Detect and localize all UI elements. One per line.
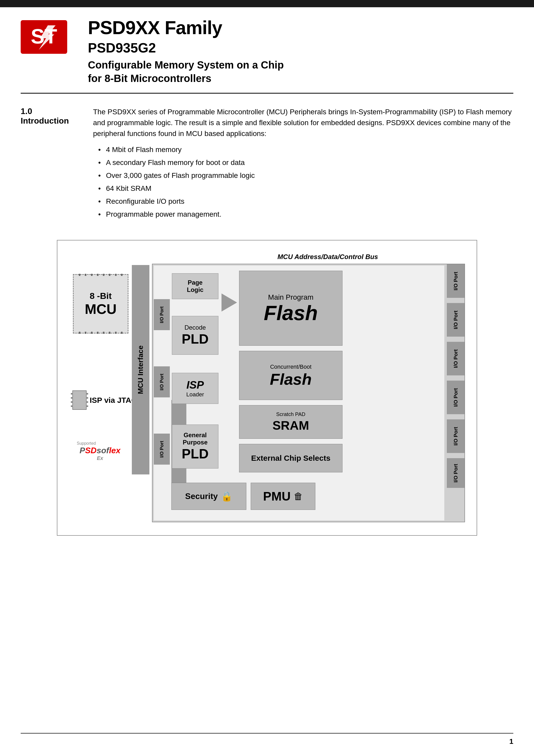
block-diagram: MCU Address/Data/Control Bus 8 -Bit MCU: [68, 251, 466, 525]
main-program-label: Main Program: [268, 293, 313, 302]
io-port-r3-label: I/O Port: [453, 349, 459, 368]
main-diagram-area: I/O Port I/O Port I/O Port I/O Port I/O …: [152, 264, 465, 522]
page-logic-line1: Page: [188, 279, 202, 286]
page-number: 1: [509, 737, 513, 746]
decode-label: Decode: [185, 324, 206, 331]
bullet-item-5: Reconfigurable I/O ports: [98, 196, 513, 207]
intro-paragraph: The PSD9XX series of Programmable Microc…: [93, 107, 513, 139]
security-label: Security: [185, 492, 218, 501]
header-content: ST PSD9XX Family PSD935G2 Configurable M…: [0, 7, 534, 93]
flash-medium-label: Flash: [270, 371, 312, 387]
bullet-item-6: Programmable power management.: [98, 209, 513, 220]
pmu-block: PMU 🗑: [251, 483, 315, 510]
concurrent-label: Concurrent/Boot: [270, 364, 311, 370]
sram-block: Scratch PAD SRAM: [239, 405, 342, 439]
io-port-r2-label: I/O Port: [453, 310, 459, 329]
io-port-r1-label: I/O Port: [453, 272, 459, 290]
main-program-flash-block: Main Program Flash: [239, 271, 342, 346]
io-port-r6-label: I/O Port: [453, 464, 459, 482]
gp-pld-block: General Purpose PLD: [172, 424, 218, 469]
io-port-l1-label: I/O Port: [159, 306, 165, 323]
gp-pld-label: PLD: [182, 446, 209, 462]
io-port-left-2: I/O Port: [154, 366, 170, 397]
mcu-label: MCU: [85, 301, 117, 317]
page-logic-block: Page Logic: [172, 273, 218, 299]
inner-content-area: I/O Port I/O Port I/O Port PLD Input Bus…: [154, 265, 444, 521]
pld-large-label: PLD: [182, 331, 209, 347]
header-bar: [0, 0, 534, 7]
psd-logo-text: PSDsoflex: [80, 446, 120, 455]
io-port-l2-label: I/O Port: [159, 374, 165, 391]
security-block: Security 🔒: [172, 483, 246, 510]
isp-italic-label: ISP: [186, 379, 204, 391]
ext-chip-selects-label: External Chip Selects: [251, 454, 331, 463]
isp-loader-block: ISP Loader: [172, 373, 218, 404]
io-port-r5-label: I/O Port: [453, 427, 459, 446]
sram-label: SRAM: [272, 418, 309, 433]
flash-large-label: Flash: [264, 303, 318, 323]
intro-section: 1.0 Introduction The PSD9XX series of Pr…: [0, 94, 534, 235]
supported-label: Supported: [77, 441, 96, 446]
io-port-right-1: I/O Port: [447, 264, 465, 298]
psd-logo-area: Supported PSDsoflex Ex: [71, 437, 128, 465]
ext-chip-selects-block: External Chip Selects: [239, 444, 342, 472]
bullet-item-1: 4 Mbit of Flash memory: [98, 144, 513, 155]
io-port-right-5: I/O Port: [447, 419, 465, 453]
bullet-list: 4 Mbit of Flash memory A secondary Flash…: [93, 144, 513, 220]
st-logo: ST: [21, 20, 67, 54]
decode-pld-block: Decode PLD: [172, 316, 218, 355]
footer: 1: [21, 733, 513, 746]
gp-line2: Purpose: [183, 439, 207, 446]
mcu-bus-label: MCU Address/Data/Control Bus: [212, 253, 443, 261]
mcu-interface-label: MCU Interface: [137, 345, 145, 394]
product-family: PSD9XX Family: [88, 17, 513, 38]
mcu-8bit-label: 8 -Bit: [90, 291, 112, 301]
io-port-left-3: I/O Port: [154, 434, 170, 465]
io-port-right-6: I/O Port: [447, 458, 465, 488]
pmu-label: PMU: [263, 489, 291, 503]
product-model: PSD935G2: [88, 40, 513, 56]
bullet-item-2: A secondary Flash memory for boot or dat…: [98, 157, 513, 168]
loader-label: Loader: [186, 391, 204, 398]
bullet-item-3: Over 3,000 gates of Flash programmable l…: [98, 170, 513, 181]
lock-icon: 🔒: [221, 491, 233, 502]
io-port-right-4: I/O Port: [447, 381, 465, 414]
io-port-l3-label: I/O Port: [159, 441, 165, 458]
section-number: 1.0: [21, 107, 78, 116]
gp-line1: General: [183, 432, 206, 439]
arrow-to-main-flash: [222, 293, 237, 311]
mcu-interface-block: MCU Interface: [132, 265, 149, 474]
intro-content: The PSD9XX series of Programmable Microc…: [93, 107, 513, 222]
intro-label: 1.0 Introduction: [21, 107, 78, 222]
io-port-right-2: I/O Port: [447, 303, 465, 337]
pmu-icon: 🗑: [294, 491, 303, 502]
scratch-pad-label: Scratch PAD: [276, 411, 306, 417]
product-description: Configurable Memory System on a Chipfor …: [88, 58, 513, 85]
page-logic-line2: Logic: [187, 286, 203, 293]
isp-jtag-area: ISP via JTAG: [72, 391, 137, 410]
bullet-item-4: 64 Kbit SRAM: [98, 183, 513, 194]
section-title: Introduction: [21, 116, 78, 126]
io-port-right-3: I/O Port: [447, 342, 465, 375]
isp-jtag-label: ISP via JTAG: [90, 396, 137, 405]
title-area: PSD9XX Family PSD935G2 Configurable Memo…: [88, 17, 513, 85]
logo-area: ST: [21, 20, 72, 55]
io-port-r4-label: I/O Port: [453, 388, 459, 407]
io-port-left-1: I/O Port: [154, 299, 170, 330]
block-diagram-wrapper: MCU Address/Data/Control Bus 8 -Bit MCU: [57, 240, 477, 536]
mcu-block: 8 -Bit MCU: [73, 274, 128, 334]
concurrent-boot-flash-block: Concurrent/Boot Flash: [239, 351, 342, 400]
